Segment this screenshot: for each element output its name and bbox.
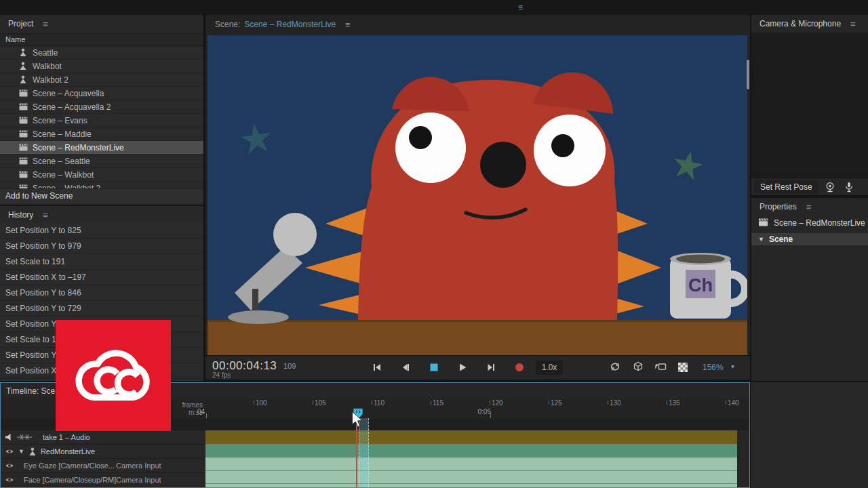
project-name-column-header[interactable]: Name bbox=[0, 33, 203, 46]
history-item[interactable]: Set Position Y to 846 bbox=[0, 285, 203, 301]
project-item[interactable]: Seattle bbox=[0, 46, 203, 60]
property-field-label[interactable] bbox=[751, 263, 868, 277]
project-item-label: Seattle bbox=[33, 48, 58, 58]
next-frame-button[interactable] bbox=[483, 359, 499, 375]
frame-tick: 100 bbox=[254, 401, 267, 407]
puppet-track-bar[interactable] bbox=[205, 444, 737, 458]
project-item[interactable]: Scene – Acquavella bbox=[0, 87, 203, 100]
tick-mark bbox=[608, 401, 608, 405]
history-item[interactable]: Set Scale to 191 bbox=[0, 254, 203, 270]
mug-opening bbox=[676, 255, 725, 264]
play-button[interactable] bbox=[454, 359, 471, 375]
visibility-eye-icon[interactable] bbox=[5, 462, 14, 469]
timeline-track-header[interactable]: Face [Camera/Closeup/RM] Camera Input bbox=[1, 473, 205, 487]
behavior-track-bars[interactable] bbox=[205, 458, 737, 488]
record-workspace-menu-icon[interactable]: ≡ bbox=[518, 3, 523, 12]
project-item[interactable]: Scene – Evans bbox=[0, 114, 203, 127]
project-item[interactable]: Scene – Seattle bbox=[0, 155, 203, 168]
puppet-icon bbox=[18, 48, 28, 57]
track-input-source[interactable]: Camera Input bbox=[116, 476, 161, 484]
timeline-track-headers: take 1 – Audio ▼ RedM bbox=[1, 430, 205, 488]
history-item-label: Set Position Y to 979 bbox=[5, 241, 81, 251]
scene-panel: Scene: Scene – RedMonsterLive ≡ bbox=[205, 15, 750, 380]
history-item-label: Set Position Y to 729 bbox=[5, 304, 81, 313]
puppet-icon bbox=[18, 62, 28, 70]
property-field-label[interactable] bbox=[751, 290, 868, 304]
project-item[interactable]: Scene – RedMonsterLive bbox=[0, 141, 203, 155]
workspace-bar: ≡ bbox=[0, 0, 868, 16]
scene-title-value: Scene – RedMonsterLive bbox=[244, 20, 336, 29]
project-item[interactable]: Walkbot bbox=[0, 60, 203, 73]
scene-panel-menu-icon[interactable]: ≡ bbox=[345, 20, 351, 29]
history-item-label: Set Scale to 191 bbox=[5, 257, 65, 266]
project-item-label: Scene – Walkbot bbox=[33, 170, 94, 180]
project-item[interactable]: Scene – Acquavella 2 bbox=[0, 100, 203, 114]
audio-track-bar[interactable] bbox=[205, 430, 737, 445]
scene-clapperboard-icon bbox=[18, 130, 28, 138]
tick-label: 125 bbox=[551, 399, 562, 407]
history-item[interactable]: Set Position X to –197 bbox=[0, 270, 203, 285]
set-rest-pose-button[interactable]: Set Rest Pose bbox=[754, 180, 818, 194]
properties-scene-row[interactable]: Scene – RedMonsterLive bbox=[751, 216, 868, 230]
record-button[interactable] bbox=[511, 359, 528, 375]
timeline-track-header[interactable]: Eye Gaze [Camera/Close... Camera Input bbox=[1, 459, 205, 473]
previous-frame-button[interactable] bbox=[397, 359, 414, 375]
stop-button[interactable] bbox=[426, 359, 442, 375]
tick-label: 130 bbox=[610, 399, 621, 407]
camera-panel-title: Camera & Microphone bbox=[760, 19, 841, 28]
playback-speed[interactable]: 1.0x bbox=[536, 361, 563, 375]
project-item[interactable]: Walkbot 2 bbox=[0, 73, 203, 87]
project-item[interactable]: Scene – Walkbot bbox=[0, 168, 203, 182]
scene-properties-group-header[interactable]: ▼ Scene bbox=[751, 233, 868, 245]
frame-tick: 135 bbox=[667, 401, 680, 407]
timecode-display[interactable]: 00:00:04:13 bbox=[212, 359, 277, 373]
desk-edge bbox=[208, 320, 747, 322]
timeline-track-header[interactable]: ▼ RedMonsterLive bbox=[1, 445, 205, 459]
go-to-start-button[interactable] bbox=[369, 359, 385, 375]
viewport-zoom-level[interactable]: 156% bbox=[703, 363, 724, 372]
property-field-label[interactable] bbox=[751, 249, 868, 263]
history-item-label: Set Position Y to 846 bbox=[5, 288, 81, 298]
history-panel-menu-icon[interactable]: ≡ bbox=[43, 211, 48, 220]
project-item-label: Walkbot bbox=[33, 62, 62, 71]
cube-icon[interactable] bbox=[633, 361, 645, 373]
properties-panel: Properties ≡ Scene – RedMonsterLive ▼ Sc… bbox=[751, 198, 868, 381]
zoom-dropdown-caret-icon[interactable]: ▾ bbox=[731, 363, 734, 370]
scene-clapperboard-icon bbox=[18, 144, 28, 151]
collapse-chevron-icon[interactable]: ▼ bbox=[758, 236, 764, 243]
transparency-grid-icon[interactable] bbox=[678, 363, 690, 375]
timeline-track-header[interactable]: take 1 – Audio bbox=[1, 430, 205, 445]
project-list: Seattle Walkbot bbox=[0, 46, 203, 195]
scene-titlebar: Scene: Scene – RedMonsterLive ≡ bbox=[205, 15, 750, 34]
history-item[interactable]: Set Position Y to 979 bbox=[0, 239, 203, 254]
scene-scrollbar-thumb[interactable] bbox=[747, 60, 749, 89]
track-input-source[interactable]: Camera Input bbox=[116, 462, 161, 470]
camera-panel-menu-icon[interactable]: ≡ bbox=[850, 20, 856, 28]
webcam-icon[interactable] bbox=[825, 182, 835, 195]
property-field-label[interactable] bbox=[751, 277, 868, 290]
speaker-icon[interactable] bbox=[5, 433, 13, 441]
scene-clapperboard-icon bbox=[18, 117, 28, 124]
visibility-eye-icon[interactable] bbox=[5, 448, 14, 455]
project-item-label: Scene – Evans bbox=[33, 116, 87, 125]
tick-mark bbox=[490, 401, 490, 405]
ch-logo-text: Ch bbox=[688, 275, 713, 296]
stream-output-icon[interactable] bbox=[654, 361, 667, 373]
project-item-label: Scene – Acquavella 2 bbox=[33, 102, 111, 112]
properties-panel-menu-icon[interactable]: ≡ bbox=[806, 203, 812, 211]
refresh-loop-icon[interactable] bbox=[610, 361, 622, 373]
history-item[interactable]: Set Position Y to 825 bbox=[0, 223, 203, 239]
tick-label: 135 bbox=[669, 399, 680, 407]
microphone-icon[interactable] bbox=[844, 182, 854, 195]
history-item[interactable]: Set Position Y to 729 bbox=[0, 301, 203, 317]
scene-viewport[interactable]: Ch bbox=[208, 35, 747, 355]
project-item[interactable]: Scene – Maddie bbox=[0, 127, 203, 141]
transport-bar: 00:00:04:13 109 24 fps 1.0x bbox=[205, 355, 750, 380]
scene-artwork: Ch bbox=[208, 35, 747, 355]
collapse-chevron-icon[interactable]: ▼ bbox=[18, 448, 24, 455]
add-to-new-scene-button[interactable]: Add to New Scene bbox=[0, 188, 203, 203]
project-panel-menu-icon[interactable]: ≡ bbox=[43, 20, 48, 28]
visibility-eye-icon[interactable] bbox=[5, 476, 14, 483]
character-animator-app: ≡ Project ≡ Name bbox=[0, 0, 868, 488]
tick-label: 140 bbox=[728, 399, 739, 407]
